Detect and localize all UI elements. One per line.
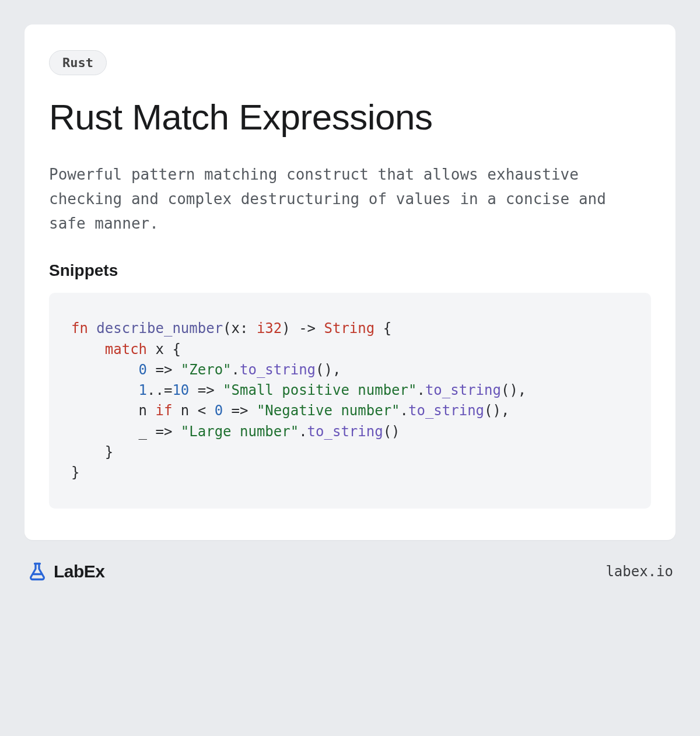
- content-card: Rust Rust Match Expressions Powerful pat…: [24, 24, 676, 540]
- code-token: n <: [172, 402, 214, 419]
- code-token: "Zero": [181, 362, 232, 378]
- code-token: 1: [139, 382, 147, 398]
- language-tag: Rust: [49, 50, 107, 75]
- code-token: .: [416, 382, 425, 398]
- site-url: labex.io: [606, 563, 673, 580]
- code-token: match: [105, 341, 147, 358]
- code-token: (),: [501, 382, 526, 398]
- description-text: Powerful pattern matching construct that…: [49, 162, 651, 236]
- code-token: ) ->: [282, 320, 324, 337]
- code-token: describe_number: [96, 320, 223, 337]
- code-token: [71, 362, 139, 378]
- code-token: String: [324, 320, 375, 337]
- code-token: .: [299, 423, 307, 440]
- code-token: to_string: [307, 423, 383, 440]
- snippets-heading: Snippets: [49, 261, 651, 280]
- code-token: .: [400, 402, 408, 419]
- page-title: Rust Match Expressions: [49, 96, 651, 138]
- code-token: "Negative number": [257, 402, 400, 419]
- code-token: [71, 423, 139, 440]
- code-token: to_string: [408, 402, 484, 419]
- code-token: (),: [484, 402, 509, 419]
- code-token: .: [232, 362, 240, 378]
- code-token: (): [383, 423, 400, 440]
- code-token: =>: [147, 362, 181, 378]
- code-token: [71, 382, 139, 398]
- code-token: {: [374, 320, 391, 337]
- code-token: [71, 444, 105, 460]
- code-token: to_string: [425, 382, 501, 398]
- code-token: [71, 341, 105, 358]
- code-token: "Small positive number": [223, 382, 416, 398]
- code-token: n: [139, 402, 156, 419]
- code-token: 10: [172, 382, 189, 398]
- code-token: ..=: [147, 382, 172, 398]
- code-token: if: [156, 402, 173, 419]
- code-token: }: [71, 464, 79, 481]
- code-token: (),: [316, 362, 341, 378]
- code-token: =>: [223, 402, 257, 419]
- code-token: (x:: [223, 320, 257, 337]
- code-token: }: [105, 444, 113, 460]
- code-token: "Large number": [181, 423, 299, 440]
- footer: LabEx labex.io: [24, 561, 676, 582]
- code-token: i32: [257, 320, 282, 337]
- brand-name: LabEx: [54, 562, 105, 581]
- code-snippet: fn describe_number(x: i32) -> String { m…: [49, 293, 651, 509]
- code-token: fn: [71, 320, 88, 337]
- code-token: _ =>: [139, 423, 181, 440]
- code-token: [71, 402, 139, 419]
- flask-icon: [27, 561, 48, 582]
- code-token: to_string: [240, 362, 316, 378]
- code-token: =>: [189, 382, 223, 398]
- code-token: 0: [215, 402, 223, 419]
- code-token: 0: [139, 362, 147, 378]
- brand-logo: LabEx: [27, 561, 105, 582]
- code-token: x {: [147, 341, 181, 358]
